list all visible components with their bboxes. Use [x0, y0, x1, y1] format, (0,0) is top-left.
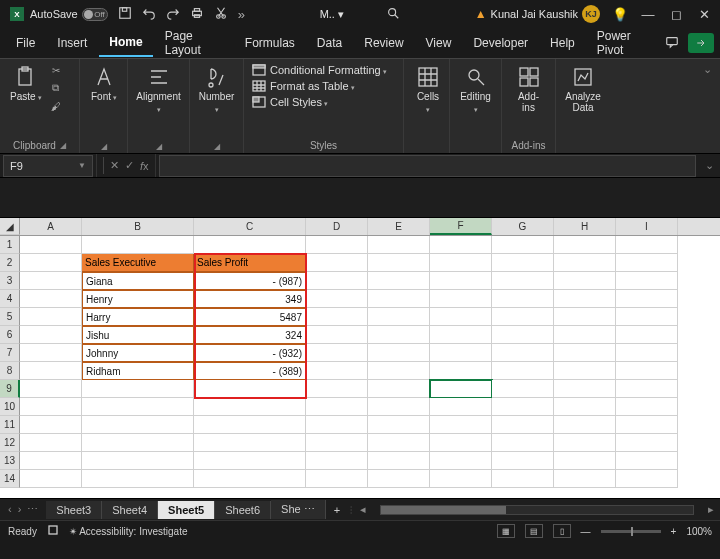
cell[interactable]: [430, 470, 492, 488]
cell[interactable]: [20, 344, 82, 362]
view-page-layout-icon[interactable]: ▤: [525, 524, 543, 538]
tab-formulas[interactable]: Formulas: [235, 30, 305, 56]
cell[interactable]: [430, 326, 492, 344]
cell[interactable]: [492, 452, 554, 470]
horizontal-scrollbar[interactable]: [380, 505, 694, 515]
redo-icon[interactable]: [166, 6, 180, 23]
cell[interactable]: [306, 452, 368, 470]
cell[interactable]: Sales Profit: [194, 254, 306, 272]
cell[interactable]: [82, 452, 194, 470]
cell[interactable]: Harry: [82, 308, 194, 326]
clipboard-launcher-icon[interactable]: ◢: [60, 141, 66, 150]
cell[interactable]: [368, 362, 430, 380]
tab-insert[interactable]: Insert: [47, 30, 97, 56]
cells-button[interactable]: Cells: [410, 63, 446, 117]
undo-icon[interactable]: [142, 6, 156, 23]
tab-home[interactable]: Home: [99, 29, 152, 57]
font-button[interactable]: Font: [86, 63, 122, 105]
zoom-out-button[interactable]: —: [581, 526, 591, 537]
cell[interactable]: Jishu: [82, 326, 194, 344]
cell[interactable]: [430, 380, 492, 398]
cell[interactable]: Sales Executive: [82, 254, 194, 272]
select-all-corner[interactable]: ◢: [0, 218, 20, 235]
cell[interactable]: [616, 470, 678, 488]
cell[interactable]: [616, 290, 678, 308]
lightbulb-icon[interactable]: 💡: [612, 7, 628, 22]
cell[interactable]: Johnny: [82, 344, 194, 362]
sheet-nav-prev-icon[interactable]: ‹: [8, 503, 12, 516]
cell[interactable]: [554, 398, 616, 416]
cell[interactable]: [20, 470, 82, 488]
cell[interactable]: [492, 272, 554, 290]
cell[interactable]: - (932): [194, 344, 306, 362]
maximize-button[interactable]: ◻: [668, 7, 684, 22]
tab-data[interactable]: Data: [307, 30, 352, 56]
row-header[interactable]: 1: [0, 236, 20, 254]
cell[interactable]: [554, 290, 616, 308]
cell[interactable]: [554, 380, 616, 398]
accessibility-status[interactable]: ✴ Accessibility: Investigate: [69, 526, 188, 537]
cell[interactable]: [492, 470, 554, 488]
cell[interactable]: [306, 254, 368, 272]
cell-styles-button[interactable]: Cell Styles: [250, 95, 389, 109]
formula-bar[interactable]: [159, 155, 696, 177]
sheet-tab-sheet5[interactable]: Sheet5: [158, 501, 215, 519]
row-header[interactable]: 9: [0, 380, 20, 398]
cell[interactable]: [368, 470, 430, 488]
name-box[interactable]: F9 ▼: [3, 155, 93, 177]
cell[interactable]: [82, 380, 194, 398]
cell[interactable]: [430, 254, 492, 272]
tab-help[interactable]: Help: [540, 30, 585, 56]
cell[interactable]: [554, 434, 616, 452]
cell[interactable]: [82, 236, 194, 254]
cell[interactable]: [194, 452, 306, 470]
copy-icon[interactable]: ⧉: [50, 81, 62, 95]
cell[interactable]: [306, 272, 368, 290]
zoom-slider[interactable]: [601, 530, 661, 533]
cell[interactable]: [306, 362, 368, 380]
cell[interactable]: - (389): [194, 362, 306, 380]
cell[interactable]: [368, 236, 430, 254]
tab-file[interactable]: File: [6, 30, 45, 56]
macro-record-icon[interactable]: [47, 524, 59, 538]
cell[interactable]: [306, 470, 368, 488]
cell[interactable]: [492, 434, 554, 452]
cell[interactable]: [430, 290, 492, 308]
cell[interactable]: 5487: [194, 308, 306, 326]
view-page-break-icon[interactable]: ▯: [553, 524, 571, 538]
cell[interactable]: [306, 236, 368, 254]
row-header[interactable]: 6: [0, 326, 20, 344]
cell[interactable]: [306, 380, 368, 398]
cell[interactable]: [20, 326, 82, 344]
cell[interactable]: [306, 344, 368, 362]
cell[interactable]: [492, 344, 554, 362]
cell[interactable]: [20, 272, 82, 290]
row-header[interactable]: 10: [0, 398, 20, 416]
close-button[interactable]: ✕: [696, 7, 712, 22]
cell[interactable]: [492, 254, 554, 272]
col-header-d[interactable]: D: [306, 218, 368, 235]
format-painter-icon[interactable]: 🖌: [50, 99, 62, 113]
tab-page-layout[interactable]: Page Layout: [155, 23, 233, 63]
cell[interactable]: [368, 308, 430, 326]
cell[interactable]: [20, 254, 82, 272]
cell[interactable]: [430, 434, 492, 452]
cell[interactable]: [430, 362, 492, 380]
cell[interactable]: [616, 416, 678, 434]
cell[interactable]: [616, 452, 678, 470]
cell[interactable]: [82, 416, 194, 434]
cell[interactable]: [368, 434, 430, 452]
row-header[interactable]: 8: [0, 362, 20, 380]
cell[interactable]: [20, 380, 82, 398]
save-icon[interactable]: [118, 6, 132, 23]
cell[interactable]: [306, 434, 368, 452]
sheet-tab-sheet4[interactable]: Sheet4: [102, 501, 158, 519]
row-header[interactable]: 2: [0, 254, 20, 272]
cell[interactable]: [430, 452, 492, 470]
share-button[interactable]: [688, 33, 714, 53]
cell[interactable]: [20, 434, 82, 452]
cell[interactable]: [368, 344, 430, 362]
sheet-nav-next-icon[interactable]: ›: [18, 503, 22, 516]
sheet-tab-sheet3[interactable]: Sheet3: [46, 501, 102, 519]
cell[interactable]: [554, 416, 616, 434]
